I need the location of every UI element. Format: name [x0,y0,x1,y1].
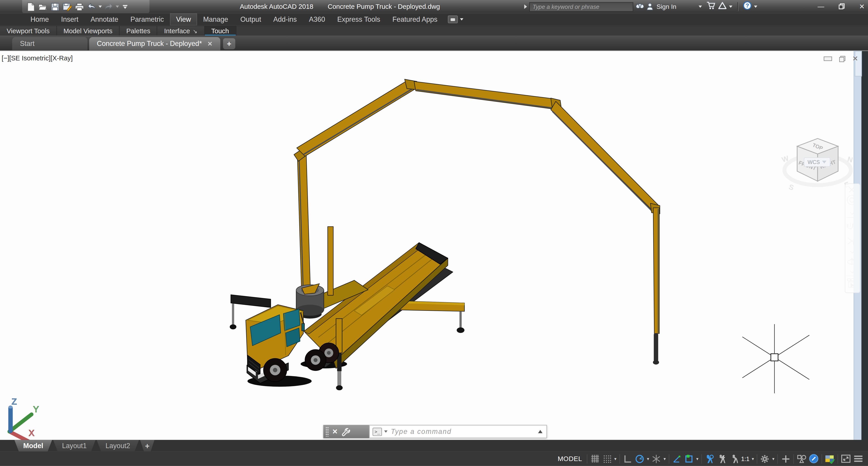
tab-parametric[interactable]: Parametric [124,13,170,26]
doc-minimize-icon[interactable] [824,57,832,61]
minimize-button[interactable]: — [817,3,824,10]
panel-palettes[interactable]: Palettes [120,26,157,36]
scale-dropdown-caret[interactable]: ▾ [752,456,754,461]
ribbon-panel-bar: Viewport Tools Model Viewports Palettes … [0,26,868,36]
polar-dropdown-caret[interactable]: ▾ [647,456,649,461]
model-space-button[interactable]: MODEL [553,455,587,463]
wcs-button[interactable]: WCS [804,157,831,167]
save-as-button[interactable] [62,1,72,12]
tab-add-ins[interactable]: Add-ins [267,13,303,26]
panel-viewport-tools[interactable]: Viewport Tools [0,26,57,36]
viewport-controls[interactable]: [−][SE Isometric][X-Ray] [2,54,72,62]
customize-wrench-icon[interactable] [341,427,350,436]
command-dropdown-caret[interactable] [384,431,388,433]
tab-a360[interactable]: A360 [303,13,331,26]
redo-dropdown-caret[interactable] [116,5,119,8]
workspace-gear-icon[interactable] [760,454,770,464]
command-line[interactable]: ✕ >_ [323,425,547,438]
a360-dropdown-caret[interactable] [729,5,733,8]
panel-touch[interactable]: Touch [205,26,236,36]
clean-screen-icon[interactable] [841,454,851,464]
tab-manage[interactable]: Manage [197,13,235,26]
navigation-bar[interactable] [845,183,860,293]
ribbon-display-toggle[interactable] [448,13,464,26]
sign-in-button[interactable]: Sign In [647,3,676,10]
doc-close-icon[interactable]: ✕ [852,55,858,62]
tab-view[interactable]: View [170,13,197,26]
annotation-scale-icon[interactable] [729,454,739,464]
isolate-objects-icon[interactable] [797,454,807,464]
search-input[interactable] [529,2,633,11]
isometric-drafting-icon[interactable] [651,454,661,464]
tab-output[interactable]: Output [234,13,267,26]
tab-express-tools[interactable]: Express Tools [331,13,386,26]
file-tab-bar: Start Concrete Pump Truck - Deployed* ✕ … [0,35,868,51]
user-icon [647,3,653,10]
window-right-frame [862,51,868,440]
panel-interface[interactable]: Interface↘ [158,26,205,36]
annotation-scale-value[interactable]: 1:1 [741,455,749,462]
restore-button[interactable] [839,3,845,10]
hardware-acceleration-icon[interactable] [825,454,835,464]
save-button[interactable] [50,1,60,12]
sign-in-dropdown-caret[interactable] [699,5,702,8]
tab-home[interactable]: Home [24,13,55,26]
a360-button[interactable] [718,2,727,11]
close-button[interactable]: ✕ [859,3,865,10]
grid-icon[interactable] [590,454,600,464]
autoscale-icon[interactable] [717,454,727,464]
redo-button[interactable] [103,1,114,12]
search-button[interactable] [636,2,644,11]
new-file-icon [27,2,35,11]
annotation-monitor-icon[interactable] [780,454,790,464]
doc-restore-icon[interactable] [839,56,845,62]
new-layout-button[interactable]: + [140,440,155,451]
object-snap-icon[interactable] [684,454,694,464]
layout-tab-model[interactable]: Model [14,440,52,451]
command-prompt-icon: >_ [373,427,382,436]
drawing-area[interactable]: [−][SE Isometric][X-Ray] ✕ [0,51,868,440]
open-file-button[interactable] [38,1,49,12]
snap-dropdown-caret[interactable]: ▾ [614,456,616,461]
annotation-visibility-icon[interactable] [705,454,715,464]
file-tab-start[interactable]: Start [12,37,88,51]
new-file-button[interactable] [26,1,36,12]
plot-button[interactable] [74,1,85,12]
file-tab-document[interactable]: Concrete Pump Truck - Deployed* ✕ [89,37,220,51]
help-dropdown-caret[interactable] [754,5,757,8]
isodraft-dropdown-caret[interactable]: ▾ [663,456,666,461]
tab-featured-apps[interactable]: Featured Apps [386,13,443,26]
tab-annotate[interactable]: Annotate [85,13,124,26]
save-as-icon [63,2,72,11]
workspace-dropdown-caret[interactable]: ▾ [772,456,774,461]
object-snap-tracking-icon[interactable] [672,454,682,464]
drag-grip-icon[interactable] [326,427,329,437]
document-window-controls: ✕ [824,55,858,62]
undo-dropdown-caret[interactable] [98,5,102,8]
panel-launcher-icon[interactable]: ↘ [193,28,197,34]
ortho-icon[interactable] [622,454,632,464]
graphics-performance-icon[interactable] [809,454,819,464]
help-button[interactable]: ? [743,1,752,12]
customization-icon[interactable] [853,454,863,464]
tab-insert[interactable]: Insert [55,13,84,26]
polar-tracking-icon[interactable] [635,454,645,464]
layout-tab-layout2[interactable]: Layout2 [97,440,139,451]
new-drawing-tab-button[interactable]: + [223,38,235,49]
layout-tab-layout1[interactable]: Layout1 [53,440,95,451]
panel-model-viewports[interactable]: Model Viewports [57,26,120,36]
undo-button[interactable] [86,1,97,12]
osnap-dropdown-caret[interactable]: ▾ [696,456,699,461]
command-input[interactable] [390,427,536,436]
file-tab-close-icon[interactable]: ✕ [208,40,213,48]
store-button[interactable] [706,2,716,11]
recent-commands-icon[interactable] [538,430,542,433]
snap-icon[interactable] [602,454,612,464]
command-close-icon[interactable]: ✕ [332,428,338,435]
search-collapse-icon[interactable] [524,4,527,9]
qat-customize-button[interactable] [123,5,127,8]
infocenter: Sign In ? [524,1,757,12]
command-input-area[interactable]: >_ [369,425,547,438]
window-controls: — ✕ [817,0,865,13]
command-line-handle[interactable]: ✕ [323,425,369,438]
